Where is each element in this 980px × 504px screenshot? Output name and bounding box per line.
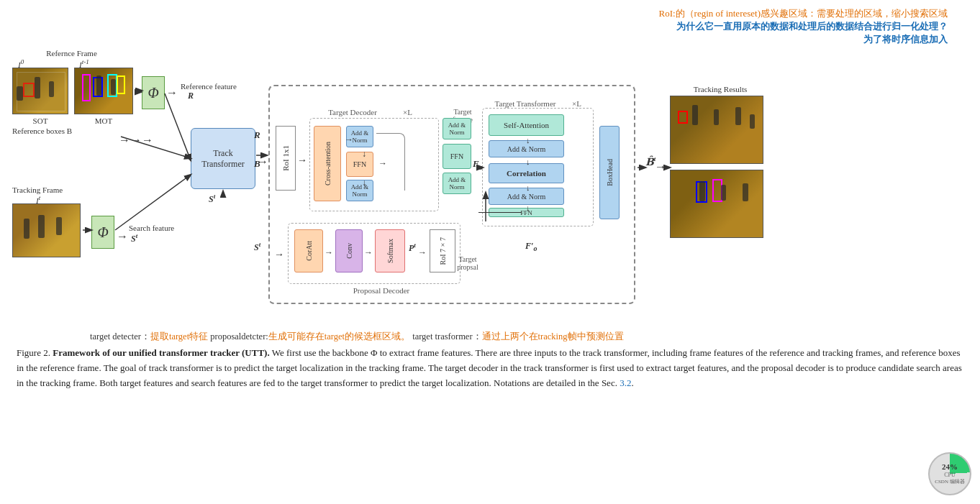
connector-pd-tt <box>478 212 522 213</box>
target-transformer-label: Target Transformer <box>478 99 572 108</box>
main-dashed-box: R B RoI 1x1 → Target Decoder ×L Cross-at… <box>268 85 635 304</box>
cross-attention-block: Cross-attention <box>314 126 341 201</box>
phi-box-reference: Φ <box>142 76 165 109</box>
caption-bold: Framework of our unified transformer tra… <box>53 347 269 358</box>
arrow-roi-dec: → <box>297 155 307 166</box>
repeat-l1: ×L <box>403 108 412 116</box>
self-attention-block: Self-Attention <box>489 114 564 136</box>
annotation-prefix: target detecter： <box>90 331 150 342</box>
add-norm-teal2: Add & Norm <box>443 173 471 194</box>
page-container: RoI:的（regin of intereset)感兴趣区域：需要处理的区域，缩… <box>0 0 980 504</box>
correlation-block: Correlation <box>489 163 564 183</box>
sot-label: SOT <box>12 116 68 125</box>
add-norm-teal: Add & Norm <box>443 118 471 139</box>
ref-feature-label: Reference feature <box>181 82 237 91</box>
add-norm-2: Add & Norm <box>346 180 373 201</box>
r-label: R <box>188 91 194 101</box>
arrow-bh-tr: → <box>655 160 666 173</box>
conv-block: Conv <box>335 229 363 272</box>
proposal-decoder-label: Proposal Decoder <box>309 286 453 295</box>
arrow-sm-roi: → <box>418 247 427 258</box>
boxhead-block: BoxHead <box>599 126 620 219</box>
pt-label: Pt <box>409 242 416 254</box>
tracking-frame-label: Tracking Frame <box>12 185 63 194</box>
arrow-rb: →→→ <box>119 134 153 147</box>
tracking-result-1 <box>670 96 763 164</box>
arrow1: → <box>166 86 178 99</box>
figure-num: Figure 2. <box>17 347 50 358</box>
reference-frame-label: Refernce Frame <box>12 49 131 58</box>
roi-1x1-box: RoI 1x1 <box>276 126 296 191</box>
tracking-result-2 <box>670 170 763 238</box>
caption-end: . <box>631 377 633 388</box>
arrow-conv-sm: → <box>364 247 373 258</box>
st-label: St <box>131 232 137 244</box>
annotation-line1: RoI:的（regin of intereset)感兴趣区域：需要处理的区域，缩… <box>11 7 948 20</box>
arrow-an-ffnt: ↓ <box>526 203 530 212</box>
tracking-frame-img <box>12 203 81 257</box>
frame-sot <box>12 68 68 114</box>
cpu-label: CPU <box>944 472 956 478</box>
target-decoder-box: Cross-attention Add & Norm FFN Add & Nor… <box>309 118 439 211</box>
target-decoder-label: Target Decoder <box>309 108 396 116</box>
r-input-label: R <box>254 129 260 141</box>
svg-line-2 <box>165 93 191 160</box>
search-feature-label: Search feature <box>129 224 174 232</box>
softmax-block: Softmax <box>375 229 405 272</box>
arrow2: → <box>117 230 128 243</box>
phi-box-search: Φ <box>91 216 114 249</box>
fo-label: Fo <box>473 158 483 171</box>
ffn-block: FFN <box>346 152 373 177</box>
arrow-ca-conv: → <box>325 247 333 258</box>
arrow-an-corr: ↓ <box>526 157 530 166</box>
cpu-percent: 24% <box>942 462 958 471</box>
frame-mot <box>74 68 133 114</box>
caption: Figure 2. Framework of our unified trans… <box>11 346 969 390</box>
arrow-dec-out: → <box>378 158 387 169</box>
target-proposal-label: Targetpropsal <box>450 255 486 271</box>
annotation-transformer: target trasformer： <box>412 331 481 342</box>
st-label2: St <box>209 193 215 205</box>
target-transformer-box: Self-Attention Add & Norm Correlation Ad… <box>482 108 594 226</box>
ffn-teal: FFN <box>443 144 471 169</box>
repeat-l2: ×L <box>572 99 581 108</box>
arrow-ca-an: → <box>345 134 353 145</box>
diagram-area: Refernce Frame I0 It-1 SOT MOT Φ <box>11 49 968 329</box>
track-transformer: Track Transformer <box>191 128 255 189</box>
caption-link[interactable]: 3.2 <box>620 377 631 388</box>
cpu-badge: 24% CPU CSDN 编辑器 <box>928 452 971 495</box>
annotation-line2: 为什么它一直用原本的数据和处理后的数据结合进行归一化处理？ <box>11 20 948 33</box>
st-input-label: St <box>254 241 260 253</box>
arrow-an-ffn: ↓ <box>362 149 366 160</box>
mot-label: MOT <box>74 116 133 125</box>
annotation-line3: 为了将时序信息加入 <box>11 33 948 46</box>
b-input-label: B <box>254 158 260 170</box>
cpu-brand: CSDN 编辑器 <box>935 478 964 485</box>
coratt-block: CorAtt <box>294 229 323 272</box>
annotation-tracking: 通过上两个在tracking帧中预测位置 <box>482 331 624 342</box>
annotation-space: proposaldetcter: <box>210 331 268 342</box>
fo-prime-label: F′o <box>525 241 537 252</box>
tracking-results-label: Tracking Results <box>670 85 771 93</box>
annotation-target: 提取target特征 <box>150 331 208 342</box>
arrow-st-pd: → <box>274 249 284 260</box>
arrow-ffn-an: ↓ <box>362 178 366 188</box>
arrow-sa-an: ↓ <box>526 136 530 145</box>
svg-line-5 <box>115 175 191 230</box>
annotation-proposal: 生成可能存在target的候选框区域。 <box>268 331 410 342</box>
ref-boxes-label: Reference boxes B <box>12 127 72 135</box>
arrow-corr-an: ↓ <box>526 183 530 192</box>
top-annotations: RoI:的（regin of intereset)感兴趣区域：需要处理的区域，缩… <box>11 7 969 46</box>
proposal-decoder-box: CorAtt → Conv → Softmax Pt → <box>288 223 460 284</box>
bottom-annotation: target detecter：提取target特征 proposaldetct… <box>11 331 969 343</box>
